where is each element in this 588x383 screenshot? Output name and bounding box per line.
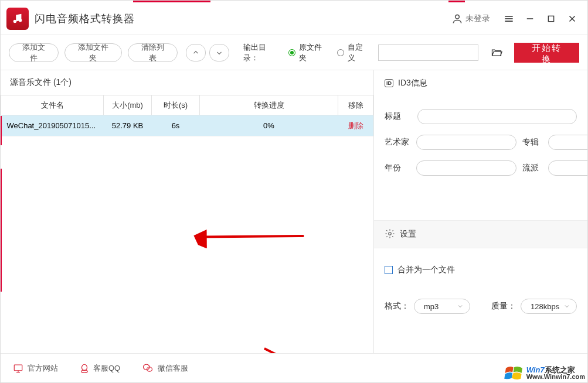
album-input[interactable] [548,135,587,150]
title-input[interactable] [417,109,577,124]
cell-progress: 0% [200,115,338,136]
svg-point-0 [13,19,17,23]
settings-section-header: 设置 [374,220,587,248]
artist-label: 艺术家 [385,137,412,148]
album-label: 专辑 [522,137,543,148]
col-progress: 转换进度 [200,95,338,115]
source-files-header: 源音乐文件 (1个) [1,70,373,95]
wechat-support-link[interactable]: 微信客服 [141,363,188,374]
col-duration: 时长(s) [152,95,200,115]
cell-duration: 6s [152,115,200,136]
genre-label: 流派 [522,163,543,173]
title-label: 标题 [385,111,412,122]
app-logo-icon [6,8,29,30]
format-value: mp3 [424,302,439,311]
annotation-arrow-icon [250,341,385,353]
delete-row-button[interactable]: 删除 [348,121,363,130]
add-file-button[interactable]: 添加文件 [9,43,59,62]
radio-dot-icon [337,49,344,56]
quality-label: 质量： [491,301,516,312]
id3-title: ID3信息 [398,78,427,88]
format-label: 格式： [385,301,409,312]
menu-button[interactable] [501,11,517,27]
close-button[interactable] [564,11,580,27]
clear-list-button[interactable]: 清除列表 [128,43,178,62]
output-path-input[interactable] [378,45,478,61]
start-convert-button[interactable]: 开始转换 [514,43,579,63]
settings-title: 设置 [400,229,416,240]
checkbox-icon [385,266,393,274]
svg-line-11 [259,348,372,353]
id3-section-header: ID ID3信息 [374,70,587,96]
cell-filename: WeChat_201905071015... [1,115,104,136]
svg-point-12 [389,232,392,235]
artist-input[interactable] [416,135,516,150]
minimize-button[interactable] [522,11,538,27]
col-filename: 文件名 [1,95,104,115]
table-row[interactable]: WeChat_201905071015... 52.79 KB 6s 0% 删除 [1,115,373,136]
year-input[interactable] [416,160,516,176]
output-source-radio[interactable]: 原文件夹 [288,42,329,63]
output-dir-label: 输出目录： [243,42,281,63]
col-remove: 移除 [338,95,373,115]
windows-logo-icon [504,365,524,381]
login-label: 未登录 [465,13,490,24]
svg-point-1 [19,19,22,22]
id-icon: ID [385,79,393,87]
format-select[interactable]: mp3 [414,299,470,314]
output-custom-label: 自定义 [348,42,370,63]
quality-select[interactable]: 128kbps [521,299,577,314]
merge-label: 合并为一个文件 [397,265,455,275]
move-up-button[interactable] [186,44,206,61]
add-folder-button[interactable]: 添加文件夹 [64,43,122,62]
svg-rect-13 [14,365,22,371]
merge-checkbox[interactable]: 合并为一个文件 [374,265,587,275]
gear-icon [385,228,395,241]
annotation-arrow-icon [193,191,311,283]
svg-point-2 [456,15,460,19]
official-site-label: 官方网站 [28,363,58,374]
qq-support-label: 客服QQ [93,363,120,374]
svg-line-10 [202,198,304,275]
output-custom-radio[interactable]: 自定义 [337,42,370,63]
output-source-label: 原文件夹 [299,42,329,63]
svg-point-16 [82,364,87,371]
radio-dot-icon [288,49,295,56]
cell-size: 52.79 KB [104,115,152,136]
col-size: 大小(mb) [104,95,152,115]
official-site-link[interactable]: 官方网站 [12,363,58,374]
year-label: 年份 [385,163,412,173]
watermark: Win7系统之家 Www.Winwin7.com [504,365,585,381]
move-down-button[interactable] [209,44,229,61]
maximize-button[interactable] [543,11,559,27]
wechat-support-label: 微信客服 [158,363,188,374]
login-button[interactable]: 未登录 [451,13,490,25]
qq-support-link[interactable]: 客服QQ [79,363,120,374]
app-title: 闪电音频格式转换器 [35,12,135,26]
svg-rect-7 [548,16,553,21]
quality-value: 128kbps [531,302,559,311]
browse-folder-button[interactable] [488,45,505,61]
genre-input[interactable] [548,160,587,176]
